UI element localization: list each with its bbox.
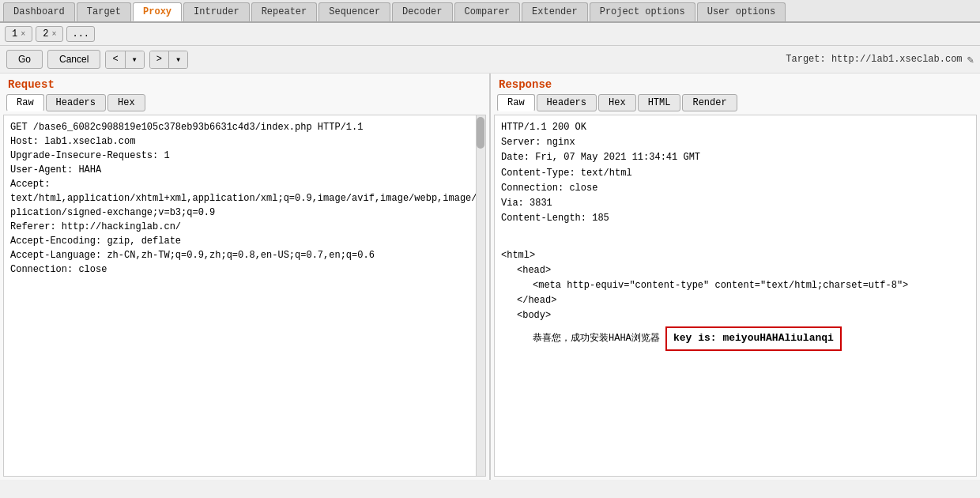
response-body-content: 恭喜您，成功安装HAHA浏览器 key is: meiyouHAHAliulan… xyxy=(533,326,970,351)
request-panel: Request Raw Headers Hex GET /base6_6082c… xyxy=(0,74,491,480)
request-line: Accept-Language: zh-CN,zh-TW;q=0.9,zh;q=… xyxy=(10,248,479,262)
response-content[interactable]: HTTP/1.1 200 OK Server: nginx Date: Fri,… xyxy=(495,115,976,476)
sub-tab-2-label: 2 xyxy=(43,28,48,40)
sub-tab-1[interactable]: 1 × xyxy=(5,26,32,42)
edit-target-icon[interactable]: ✎ xyxy=(967,53,974,66)
sub-tab-2[interactable]: 2 × xyxy=(36,26,63,42)
response-head-close: </head> xyxy=(517,293,970,308)
response-body-open: <body> xyxy=(517,308,970,323)
response-tabs: Raw Headers Hex HTML Render xyxy=(491,94,980,115)
response-content-length: Content-Length: 185 xyxy=(501,211,970,226)
prev-nav-group: < ▾ xyxy=(105,51,144,69)
tab-target[interactable]: Target xyxy=(77,2,131,21)
response-status: HTTP/1.1 200 OK xyxy=(501,120,970,135)
request-content[interactable]: GET /base6_6082c908819e105c378eb93b6631c… xyxy=(4,115,485,476)
request-tabs: Raw Headers Hex xyxy=(0,94,489,115)
tab-dashboard[interactable]: Dashboard xyxy=(3,2,75,21)
response-head-open: <head> xyxy=(517,263,970,278)
sub-tab-1-label: 1 xyxy=(12,28,17,40)
cancel-button[interactable]: Cancel xyxy=(47,50,100,69)
response-body: HTTP/1.1 200 OK Server: nginx Date: Fri,… xyxy=(494,115,977,477)
request-scrollbar[interactable] xyxy=(476,115,485,476)
request-line: User-Agent: HAHA xyxy=(10,163,479,177)
request-body: GET /base6_6082c908819e105c378eb93b6631c… xyxy=(3,115,486,477)
request-title: Request xyxy=(0,74,489,94)
tab-extender[interactable]: Extender xyxy=(522,2,588,21)
response-tab-html[interactable]: HTML xyxy=(638,94,681,111)
next-dropdown-button[interactable]: ▾ xyxy=(169,51,187,68)
request-tab-hex[interactable]: Hex xyxy=(107,94,145,111)
next-button[interactable]: > xyxy=(150,51,169,68)
prev-button[interactable]: < xyxy=(106,51,125,68)
sub-tab-ellipsis[interactable]: ... xyxy=(66,26,95,42)
sub-tab-bar: 1 × 2 × ... xyxy=(0,23,980,46)
tab-user-options[interactable]: User options xyxy=(697,2,786,21)
sub-tab-2-close[interactable]: × xyxy=(51,30,56,39)
toolbar: Go Cancel < ▾ > ▾ Target: http://lab1.xs… xyxy=(0,46,980,74)
response-blank xyxy=(501,232,970,247)
request-line: text/html,application/xhtml+xml,applicat… xyxy=(10,191,479,206)
response-tab-render[interactable]: Render xyxy=(682,94,737,111)
request-tab-raw[interactable]: Raw xyxy=(6,94,44,111)
prev-dropdown-button[interactable]: ▾ xyxy=(126,51,144,68)
sub-tab-1-close[interactable]: × xyxy=(21,30,25,39)
response-tab-headers[interactable]: Headers xyxy=(537,94,597,111)
go-button[interactable]: Go xyxy=(6,50,43,69)
tab-comparer[interactable]: Comparer xyxy=(454,2,521,21)
tab-proxy[interactable]: Proxy xyxy=(133,2,182,21)
request-line: Connection: close xyxy=(10,262,479,277)
sub-tab-ellipsis-label: ... xyxy=(72,28,89,40)
request-line: Host: lab1.xseclab.com xyxy=(10,134,479,149)
response-title: Response xyxy=(491,74,980,94)
target-label: Target: http://lab1.xseclab.com xyxy=(786,54,962,65)
response-content-type: Content-Type: text/html xyxy=(501,166,970,181)
request-line: plication/signed-exchange;v=b3;q=0.9 xyxy=(10,206,479,220)
request-line: Upgrade-Insecure-Requests: 1 xyxy=(10,149,479,163)
request-line: GET /base6_6082c908819e105c378eb93b6631c… xyxy=(10,120,479,134)
main-tab-bar: Dashboard Target Proxy Intruder Repeater… xyxy=(0,0,980,23)
response-server: Server: nginx xyxy=(501,135,970,150)
response-meta-tag: <meta http-equiv="content-type" content=… xyxy=(533,278,970,293)
response-tab-hex[interactable]: Hex xyxy=(598,94,636,111)
next-nav-group: > ▾ xyxy=(149,51,188,69)
request-line: Accept: xyxy=(10,177,479,191)
request-line: Accept-Encoding: gzip, deflate xyxy=(10,234,479,248)
request-scrollbar-thumb xyxy=(477,117,484,149)
response-html-open: <html> xyxy=(501,248,970,263)
response-panel: Response Raw Headers Hex HTML Render HTT… xyxy=(491,74,980,480)
tab-project-options[interactable]: Project options xyxy=(590,2,695,21)
request-line: Referer: http://hackinglab.cn/ xyxy=(10,220,479,234)
response-date: Date: Fri, 07 May 2021 11:34:41 GMT xyxy=(501,150,970,165)
response-connection: Connection: close xyxy=(501,181,970,196)
key-highlight-box: key is: meiyouHAHAliulanqi xyxy=(665,326,842,351)
target-info: Target: http://lab1.xseclab.com ✎ xyxy=(786,53,974,66)
tab-intruder[interactable]: Intruder xyxy=(183,2,250,21)
tab-sequencer[interactable]: Sequencer xyxy=(318,2,390,21)
tab-repeater[interactable]: Repeater xyxy=(251,2,318,21)
response-body-text: 恭喜您，成功安装HAHA浏览器 xyxy=(533,333,660,344)
response-tab-raw[interactable]: Raw xyxy=(497,94,535,111)
response-via: Via: 3831 xyxy=(501,196,970,211)
tab-decoder[interactable]: Decoder xyxy=(392,2,452,21)
request-tab-headers[interactable]: Headers xyxy=(46,94,106,111)
main-content: Request Raw Headers Hex GET /base6_6082c… xyxy=(0,74,980,480)
